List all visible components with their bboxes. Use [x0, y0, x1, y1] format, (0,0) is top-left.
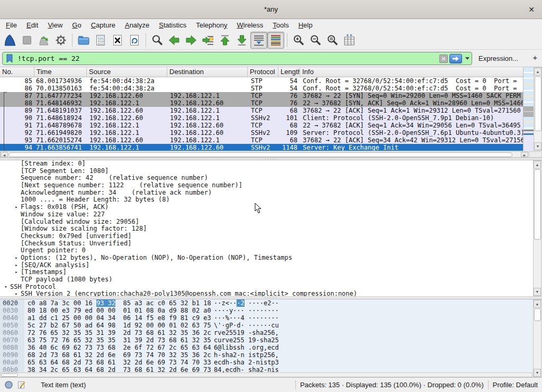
- scroll-up-arrow[interactable]: ▲: [534, 68, 541, 76]
- expand-arrow[interactable]: ▸: [12, 290, 21, 296]
- packet-row[interactable]: 8871.648146932192.168.122.1192.168.122.6…: [0, 99, 523, 107]
- colorize-button[interactable]: [267, 32, 284, 49]
- filter-history-caret[interactable]: [465, 57, 469, 60]
- hex-row[interactable]: 00505c 27 b2 67 50 ad 64 98 1d 92 00 00 …: [0, 322, 533, 329]
- packet-row[interactable]: 9071.648618924192.168.122.60192.168.122.…: [0, 114, 523, 122]
- column-no[interactable]: No.: [0, 67, 34, 77]
- menu-go[interactable]: Go: [67, 20, 86, 30]
- detail-row[interactable]: Sequence number: 42 (relative sequence n…: [0, 175, 533, 182]
- go-back-button[interactable]: [166, 32, 183, 49]
- detail-row[interactable]: [Calculated window size: 29056]: [0, 218, 533, 226]
- packet-row[interactable]: 9171.648789678192.168.122.1192.168.122.6…: [0, 122, 523, 129]
- resize-columns-button[interactable]: [341, 32, 358, 49]
- packet-row-selected[interactable]: 9471.663856741192.168.122.1192.168.122.6…: [0, 144, 523, 151]
- scroll-up-arrow[interactable]: ▲: [534, 300, 541, 308]
- expand-arrow[interactable]: ▸: [12, 269, 21, 276]
- scroll-down-arrow[interactable]: ▼: [534, 142, 541, 150]
- detail-row-selected[interactable]: ▸[Timestamps]: [0, 269, 533, 276]
- restart-capture-button[interactable]: [35, 32, 52, 49]
- auto-scroll-button[interactable]: [250, 32, 267, 49]
- detail-row[interactable]: [TCP Segment Len: 1080]: [0, 168, 533, 175]
- packet-row[interactable]: 9371.662015274192.168.122.60192.168.122.…: [0, 136, 523, 144]
- zoom-100-button[interactable]: [324, 32, 341, 49]
- reload-file-button[interactable]: [126, 32, 143, 49]
- scroll-down-arrow[interactable]: ▼: [534, 369, 541, 377]
- hex-row[interactable]: 003080 18 00 e3 79 ed 00 00 01 01 08 0a …: [0, 307, 533, 314]
- menu-tools[interactable]: Tools: [268, 20, 293, 30]
- go-last-packet-button[interactable]: [233, 32, 250, 49]
- column-source[interactable]: Source: [87, 67, 167, 77]
- packet-list-vscrollbar[interactable]: ▲ ▼: [534, 67, 542, 151]
- menu-statistics[interactable]: Statistics: [154, 20, 191, 30]
- menu-wireless[interactable]: Wireless: [232, 20, 268, 30]
- column-info[interactable]: Info: [300, 67, 534, 77]
- collapse-arrow[interactable]: ▾: [2, 284, 10, 291]
- menu-capture[interactable]: Capture: [86, 20, 120, 30]
- scroll-thumb[interactable]: [534, 308, 541, 321]
- expand-arrow[interactable]: ▸: [12, 204, 21, 211]
- find-packet-button[interactable]: [149, 32, 166, 49]
- go-forward-button[interactable]: [183, 32, 200, 49]
- bookmark-icon[interactable]: [5, 53, 14, 63]
- hex-hscrollbar[interactable]: [0, 372, 532, 377]
- expand-arrow[interactable]: [12, 160, 21, 168]
- menu-edit[interactable]: Edit: [22, 20, 43, 30]
- go-to-packet-button[interactable]: [200, 32, 216, 49]
- hex-row[interactable]: 006072 76 65 32 35 35 31 39 2d 73 68 61 …: [0, 329, 533, 336]
- packet-row[interactable]: 8771.647777234192.168.122.60192.168.122.…: [0, 92, 523, 99]
- scroll-thumb[interactable]: [535, 76, 541, 131]
- zoom-out-button[interactable]: [307, 32, 324, 49]
- packet-row[interactable]: 9271.661949820192.168.122.1192.168.122.6…: [0, 129, 523, 136]
- hex-row[interactable]: 0040a1 dd c1 25 00 00 04 34 06 14 f5 e8 …: [0, 314, 533, 322]
- status-profile[interactable]: Profile: Default: [493, 381, 538, 389]
- detail-row[interactable]: [Stream index: 0]: [0, 160, 533, 168]
- column-length[interactable]: Length: [278, 67, 300, 77]
- menu-file[interactable]: File: [1, 20, 22, 30]
- hex-row[interactable]: 007063 75 72 76 65 32 35 35 31 39 2d 73 …: [0, 336, 533, 344]
- filter-clear-button[interactable]: ✕: [439, 54, 448, 63]
- save-file-button[interactable]: 010101100111: [92, 32, 109, 49]
- expand-arrow[interactable]: ▸: [12, 262, 21, 269]
- capture-options-button[interactable]: [52, 32, 69, 49]
- packet-row[interactable]: 8568.001734936fe:54:00:d4:38:2aSTP54Conf…: [0, 77, 523, 85]
- filter-input[interactable]: !tcp.port == 22: [14, 54, 439, 62]
- detail-row[interactable]: ▸[SEQ/ACK analysis]: [0, 262, 533, 269]
- detail-row[interactable]: ▸Options: (12 bytes), No-Operation (NOP)…: [0, 254, 533, 262]
- detail-row[interactable]: Checksum: 0x79ed [unverified]: [0, 233, 533, 240]
- scroll-thumb[interactable]: [1, 373, 18, 377]
- column-protocol[interactable]: Protocol: [248, 67, 278, 77]
- hex-row[interactable]: 008036 40 6c 69 62 73 73 68 2e 6f 72 67 …: [0, 344, 533, 351]
- expand-arrow[interactable]: ▸: [12, 254, 21, 262]
- menu-telephony[interactable]: Telephony: [191, 20, 232, 30]
- details-vscrollbar[interactable]: ▲ ▼: [533, 160, 541, 296]
- detail-row[interactable]: [Window size scaling factor: 128]: [0, 225, 533, 233]
- detail-row[interactable]: ▸Flags: 0x018 (PSH, ACK): [0, 204, 533, 211]
- hex-row[interactable]: 00a065 63 64 68 2d 73 68 61 32 2d 6e 69 …: [0, 359, 533, 366]
- detail-row-ssh-protocol[interactable]: ▾SSH Protocol: [0, 284, 533, 291]
- stop-capture-button[interactable]: [19, 32, 35, 49]
- column-time[interactable]: Time: [34, 67, 87, 77]
- menu-view[interactable]: View: [43, 20, 67, 30]
- detail-row[interactable]: TCP payload (1080 bytes): [0, 276, 533, 284]
- scroll-right-arrow[interactable]: ►: [521, 152, 528, 157]
- detail-row[interactable]: Acknowledgment number: 34 (relative ack …: [0, 189, 533, 197]
- scroll-up-arrow[interactable]: ▲: [534, 161, 541, 169]
- filter-apply-button[interactable]: [449, 54, 462, 63]
- detail-row[interactable]: Urgent pointer: 0: [0, 247, 533, 254]
- detail-row[interactable]: Window size value: 227: [0, 211, 533, 218]
- go-first-packet-button[interactable]: [216, 32, 233, 49]
- close-file-button[interactable]: [109, 32, 126, 49]
- packet-row[interactable]: 8971.648191037192.168.122.60192.168.122.…: [0, 107, 523, 114]
- menu-help[interactable]: Help: [294, 20, 318, 30]
- open-file-button[interactable]: [75, 32, 92, 49]
- close-button[interactable]: ✕: [526, 4, 537, 15]
- detail-row[interactable]: [Checksum Status: Unverified]: [0, 240, 533, 248]
- scroll-thumb[interactable]: [8, 152, 512, 157]
- detail-row[interactable]: 1000 .... = Header Length: 32 bytes (8): [0, 196, 533, 204]
- menu-analyze[interactable]: Analyze: [120, 20, 154, 30]
- display-filter-field[interactable]: !tcp.port == 22 ✕: [2, 52, 472, 65]
- packet-row[interactable]: 8670.013850163fe:54:00:d4:38:2aSTP54Conf…: [0, 85, 523, 92]
- scroll-down-arrow[interactable]: ▼: [534, 288, 541, 296]
- column-destination[interactable]: Destination: [167, 67, 248, 77]
- detail-row[interactable]: [Next sequence number: 1122 (relative se…: [0, 182, 533, 189]
